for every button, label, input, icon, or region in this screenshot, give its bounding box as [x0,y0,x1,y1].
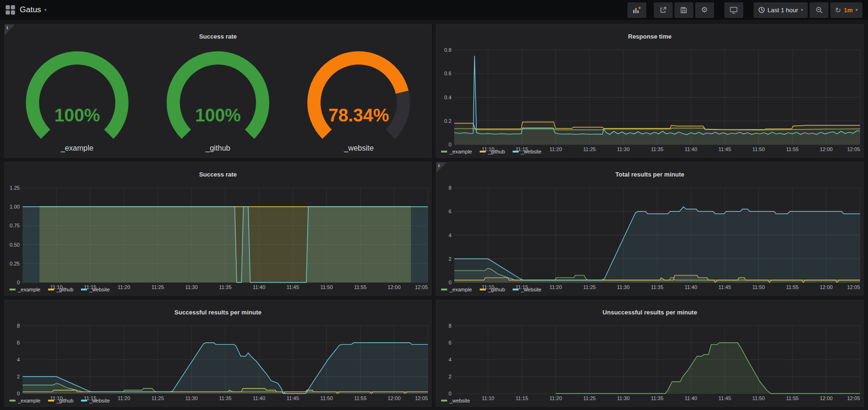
legend-item-_github[interactable]: _github [48,398,73,403]
save-icon [680,7,687,14]
chart-canvas: 11:1011:1511:2011:2511:3011:3511:4011:45… [436,184,863,292]
legend-swatch [9,289,16,290]
dashboard-grid-icon[interactable] [6,5,15,15]
gauge-_website: 78.34%_website [293,51,425,153]
legend-swatch [81,400,87,402]
y-tick-label: 0.6 [444,71,451,76]
legend-label: _github [488,287,505,292]
legend-item-_example[interactable]: _example [9,398,40,403]
chart-legend: _website [436,397,863,406]
legend-item-_website[interactable]: _website [81,287,110,292]
monitor-icon [730,7,738,14]
gauge-canvas: 78.34% [293,51,425,144]
panel-total-results: i Total results per minute 11:1011:1511:… [436,162,864,296]
refresh-picker[interactable]: ↻ 1m ▾ [830,2,862,18]
time-range-picker[interactable]: Last 1 hour ▾ [754,2,808,18]
y-tick-label: 4 [449,232,451,238]
panel-title[interactable]: Success rate [5,168,431,179]
legend-label: _github [488,149,505,154]
panel-title[interactable]: Success rate [5,30,431,41]
gauge-canvas: 100% [152,51,284,144]
legend-label: _example [18,287,40,292]
share-button[interactable] [654,2,673,18]
y-tick-label: 4 [17,357,20,362]
legend-label: _website [89,398,110,403]
tv-mode-button[interactable] [724,2,743,18]
gauge-value-text: 78.34% [329,105,389,125]
legend-item-_github[interactable]: _github [48,287,73,292]
series-area-_website [23,343,428,394]
legend-label: _website [521,287,541,292]
add-panel-icon [633,6,641,14]
panel-success-rate-timeseries: Success rate 11:1011:1511:2011:2511:3011… [4,162,432,296]
y-tick-label: 0 [17,391,20,396]
panel-title[interactable]: Successful results per minute [5,305,431,317]
legend-label: _example [450,149,472,154]
series-area-_website [556,343,860,394]
panel-title[interactable]: Unsuccessful results per minute [436,305,863,317]
panel-info-corner-icon[interactable]: i [5,24,15,35]
panel-title[interactable]: Total results per minute [436,168,863,179]
y-tick-label: 8 [449,323,451,329]
chart-legend: _example_github_website [436,148,863,157]
legend-item-_example[interactable]: _example [441,287,472,292]
chevron-down-icon: ▾ [801,8,804,12]
success-rate-chart: 11:1011:1511:2011:2511:3011:3511:4011:45… [5,184,431,286]
y-tick-label: 0.8 [444,47,451,53]
save-button[interactable] [675,2,693,18]
y-tick-label: 2 [449,374,451,379]
legend-swatch [513,151,519,153]
legend-label: _github [56,287,73,292]
legend-swatch [513,289,519,290]
successful-results-chart: 11:1011:1511:2011:2511:3011:3511:4011:45… [5,322,431,397]
legend-item-_github[interactable]: _github [480,287,505,292]
legend-label: _website [89,287,110,292]
chart-legend: _example_github_website [436,286,863,295]
legend-item-_github[interactable]: _github [480,149,505,154]
series-area-_website [23,207,428,282]
gauge-canvas: 100% [11,51,143,144]
y-tick-label: 0 [449,280,451,285]
legend-swatch [48,289,54,290]
legend-item-_example[interactable]: _example [9,287,40,292]
gauge-label: _github [206,144,231,153]
time-range-label: Last 1 hour [768,7,798,14]
share-icon [659,6,667,14]
chart-legend: _example_github_website [5,397,431,406]
dashboard-title: Gatus [20,5,41,15]
total-results-chart: 11:1011:1511:2011:2511:3011:3511:4011:45… [436,184,863,286]
unsuccessful-results-chart: 11:1011:1511:2011:2511:3011:3511:4011:45… [436,322,863,397]
chevron-down-icon: ▾ [855,8,858,12]
dashboard-title-dropdown[interactable]: Gatus ▾ [20,5,47,15]
y-tick-label: 8 [17,323,20,329]
magnifier-minus-icon [816,7,823,14]
y-tick-label: 1.25 [10,185,20,191]
legend-swatch [480,289,486,290]
series-area-_website [454,207,860,282]
y-tick-label: 6 [449,209,451,214]
add-panel-button[interactable] [627,2,646,18]
legend-item-_website[interactable]: _website [513,149,541,154]
legend-swatch [441,400,447,402]
chart-canvas: 11:1011:1511:2011:2511:3011:3511:4011:45… [5,184,431,292]
gauge-value-text: 100% [54,105,100,125]
panel-title[interactable]: Response time [436,30,863,41]
legend-swatch [9,400,16,402]
y-tick-label: 0.2 [444,118,451,123]
y-tick-label: 2 [449,256,451,261]
legend-item-_website[interactable]: _website [441,398,470,403]
legend-label: _website [450,398,470,403]
y-tick-label: 0.50 [10,241,20,247]
panel-success-rate-gauges: i Success rate 100%_example100%_github78… [4,24,432,158]
zoom-out-button[interactable] [810,2,828,18]
response-time-chart: 11:1011:1511:2011:2511:3011:3511:4011:45… [436,46,863,148]
settings-button[interactable]: ⚙ [695,2,714,18]
y-tick-label: 6 [17,340,20,346]
legend-item-_example[interactable]: _example [441,149,472,154]
legend-item-_website[interactable]: _website [513,287,541,292]
y-tick-label: 0 [449,391,451,396]
chart-canvas: 11:1011:1511:2011:2511:3011:3511:4011:45… [436,46,863,154]
panel-unsuccessful-results: Unsuccessful results per minute 11:1011:… [436,300,864,407]
legend-item-_website[interactable]: _website [81,398,110,403]
panel-info-corner-icon[interactable]: i [436,162,447,173]
